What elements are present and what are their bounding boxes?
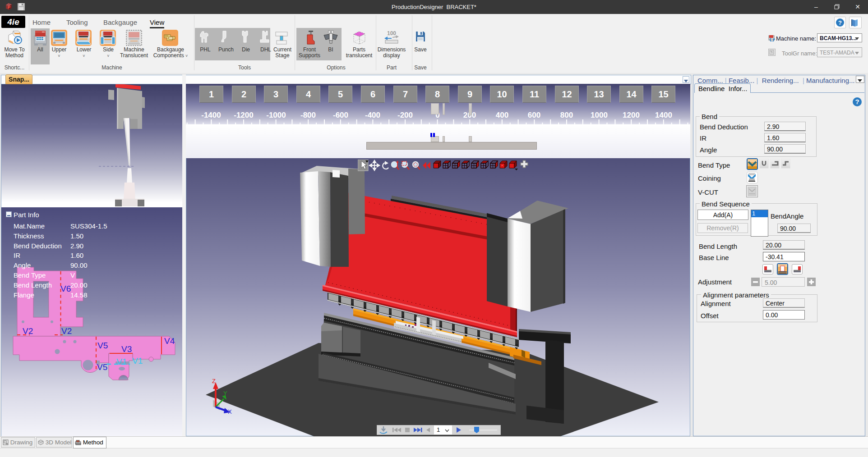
svg-text:V2: V2: [61, 326, 72, 336]
svg-text:?: ?: [855, 98, 859, 105]
svg-text:V4: V4: [164, 336, 175, 346]
svg-text:V5: V5: [97, 341, 108, 350]
svg-text:Y: Y: [223, 390, 227, 397]
svg-text:V5: V5: [97, 362, 107, 372]
svg-text:V1: V1: [116, 357, 127, 366]
svg-text:Z: Z: [212, 378, 216, 384]
svg-text:100: 100: [387, 30, 396, 37]
svg-text:X: X: [228, 408, 232, 415]
svg-text:V1: V1: [132, 356, 143, 366]
svg-text:?: ?: [838, 19, 842, 26]
svg-text:V2: V2: [23, 326, 33, 336]
svg-text:P: P: [8, 5, 10, 9]
svg-text:V3: V3: [121, 344, 132, 354]
